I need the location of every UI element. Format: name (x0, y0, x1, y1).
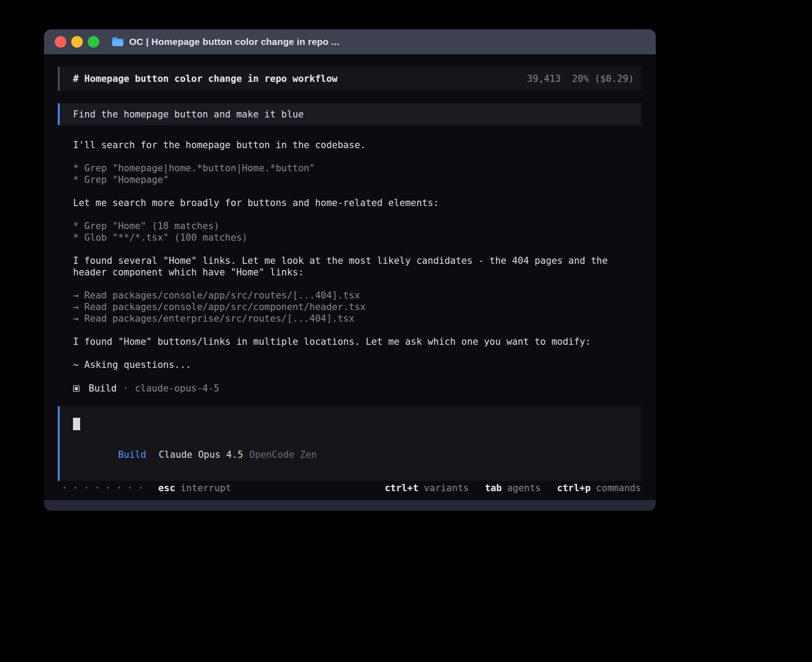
terminal-content: # Homepage button color change in repo w… (44, 54, 656, 500)
user-message: Find the homepage button and make it blu… (58, 103, 641, 125)
provider-name: OpenCode Zen (249, 449, 317, 460)
input-status-line: BuildClaude Opus 4.5OpenCode Zen (73, 437, 628, 472)
assistant-text: I found several "Home" links. Let me loo… (73, 255, 641, 278)
status-bar-left: ········ esc interrupt (61, 482, 231, 494)
model-name: Claude Opus 4.5 (158, 449, 243, 460)
user-message-text: Find the homepage button and make it blu… (73, 109, 304, 120)
traffic-lights (55, 36, 99, 48)
transcript: I'll search for the homepage button in t… (58, 139, 641, 395)
session-header: # Homepage button color change in repo w… (58, 67, 641, 91)
terminal-window: OC | Homepage button color change in rep… (44, 29, 656, 511)
tool-call-grep: * Grep "Homepage" (73, 174, 641, 186)
prompt-input[interactable]: BuildClaude Opus 4.5OpenCode Zen (58, 406, 641, 481)
close-button[interactable] (55, 36, 66, 48)
hotkey-commands: ctrl+pcommands (557, 483, 641, 493)
status-bar-right: ctrl+tvariants tabagents ctrl+pcommands (385, 483, 641, 493)
assistant-text: Let me search more broadly for buttons a… (73, 197, 641, 209)
session-stats: 39,413 20% ($0.29) (527, 73, 634, 84)
tool-call-read: → Read packages/enterprise/src/routes/[.… (73, 313, 641, 324)
tool-call-grep: * Grep "Home" (18 matches) (73, 220, 641, 232)
status-bar: ········ esc interrupt ctrl+tvariants ta… (58, 481, 641, 495)
window-title: OC | Homepage button color change in rep… (129, 36, 339, 47)
tool-call-read: → Read packages/console/app/src/routes/[… (73, 290, 641, 301)
esc-key-label: interrupt (181, 483, 231, 493)
spinner-dots-icon: ········ (61, 482, 149, 494)
tool-call-read: → Read packages/console/app/src/componen… (73, 301, 641, 313)
agent-name: Build (89, 383, 117, 394)
assistant-text: I'll search for the homepage button in t… (73, 139, 641, 151)
text-cursor (73, 418, 80, 430)
status-line: ~ Asking questions... (73, 359, 641, 371)
esc-key-hint: esc (158, 483, 175, 493)
agent-separator: · (123, 383, 129, 394)
agent-model: claude-opus-4-5 (135, 383, 219, 394)
agent-info: Build · claude-opus-4-5 (73, 382, 641, 395)
titlebar[interactable]: OC | Homepage button color change in rep… (44, 29, 656, 54)
hotkey-variants: ctrl+tvariants (385, 483, 469, 493)
assistant-text: I found "Home" buttons/links in multiple… (73, 336, 641, 347)
minimize-button[interactable] (71, 36, 83, 48)
tool-call-grep: * Grep "homepage|home.*button|Home.*butt… (73, 162, 641, 174)
tool-call-glob: * Glob "**/*.tsx" (100 matches) (73, 232, 641, 243)
hotkey-agents: tabagents (485, 483, 541, 493)
session-title: # Homepage button color change in repo w… (73, 73, 337, 84)
agent-square-icon (73, 385, 80, 392)
zoom-button[interactable] (88, 36, 99, 48)
mode-badge: Build (118, 449, 146, 460)
folder-icon (112, 37, 124, 47)
